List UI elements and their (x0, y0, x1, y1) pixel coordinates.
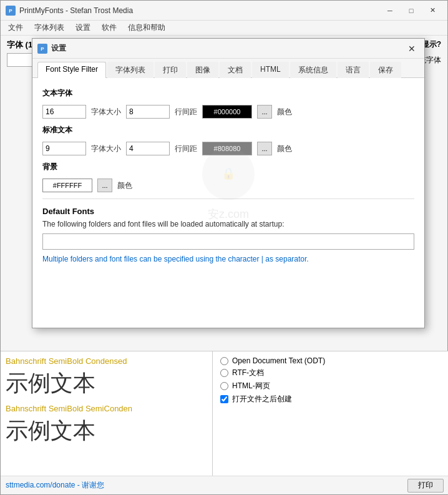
bg-color-ellipsis-button[interactable]: ... (97, 179, 112, 192)
open-after-create-label: 打开文件之后创建 (232, 394, 292, 404)
status-text: sttmedia.com/donate - 谢谢您 (6, 480, 104, 491)
open-after-create-row: 打开文件之后创建 (220, 394, 441, 404)
font-preview-left: Bahnschrift SemiBold Condensed 示例文本 Bahn… (1, 351, 213, 476)
std-color-label: 颜色 (277, 144, 292, 154)
text-color-box: #000000 (202, 105, 252, 119)
font2-sample: 示例文本 (6, 416, 207, 446)
main-window: P PrintMyFonts - Stefan Trost Media ─ □ … (0, 0, 448, 495)
std-color-box: #808080 (202, 142, 252, 155)
menu-settings[interactable]: 设置 (71, 21, 95, 34)
std-color-value: #808080 (214, 145, 241, 152)
text-line-spacing-input[interactable] (126, 105, 170, 119)
tab-html[interactable]: HTML (252, 62, 289, 78)
bg-color-label: 颜色 (117, 180, 132, 191)
titlebar-left: P PrintMyFonts - Stefan Trost Media (6, 6, 133, 16)
default-fonts-note: Multiple folders and font files can be s… (42, 255, 414, 263)
close-button[interactable]: ✕ (422, 4, 442, 17)
text-color-ellipsis-button[interactable]: ... (257, 105, 272, 119)
dialog-close-button[interactable]: ✕ (404, 42, 419, 55)
std-font-size-label: 字体大小 (91, 144, 121, 154)
svg-text:P: P (41, 46, 44, 52)
radio-odt-row: Open Document Text (ODT) (220, 356, 441, 365)
std-line-spacing-label: 行间距 (175, 144, 197, 154)
section-divider (42, 198, 414, 199)
bottom-panel: Bahnschrift SemiBold Condensed 示例文本 Bahn… (1, 351, 448, 476)
font1-name: Bahnschrift SemiBold Condensed (6, 356, 207, 366)
std-text-row: 字体大小 行间距 #808080 ... 颜色 (42, 142, 414, 155)
menu-software[interactable]: 软件 (97, 21, 122, 34)
radio-odt-label: Open Document Text (ODT) (232, 356, 325, 365)
radio-html-row: HTML-网页 (220, 381, 441, 391)
app-icon: P (6, 6, 16, 16)
std-color-ellipsis-button[interactable]: ... (257, 142, 272, 155)
text-line-spacing-label: 行间距 (175, 107, 197, 117)
menu-help[interactable]: 信息和帮助 (123, 21, 170, 34)
bg-color-value: #FFFFFF (53, 182, 82, 189)
window-title: PrintMyFonts - Stefan Trost Media (19, 6, 133, 15)
tab-font-style-filter[interactable]: Font Style Filter (37, 62, 106, 78)
std-font-size-input[interactable] (42, 142, 86, 155)
status-bar: sttmedia.com/donate - 谢谢您 打印 (1, 476, 448, 494)
dialog-icon: P (37, 44, 47, 54)
default-fonts-desc: The following folders and font files wil… (42, 220, 414, 228)
text-color-label: 颜色 (277, 107, 292, 117)
dialog-title: 设置 (51, 43, 66, 54)
minimize-button[interactable]: ─ (380, 4, 400, 17)
tab-image[interactable]: 图像 (187, 62, 218, 78)
bg-color-box: #FFFFFF (42, 179, 92, 192)
radio-odt[interactable] (220, 357, 228, 365)
radio-rtf-label: RTF-文档 (232, 368, 264, 378)
main-titlebar: P PrintMyFonts - Stefan Trost Media ─ □ … (1, 1, 447, 21)
dialog-title-left: P 设置 (37, 43, 66, 54)
bg-section-title: 背景 (42, 162, 414, 172)
menu-file[interactable]: 文件 (3, 21, 28, 34)
dialog-content: 文本字体 字体大小 行间距 #000000 ... 颜色 标准文本 字体大小 行… (32, 78, 424, 328)
main-menubar: 文件 字体列表 设置 软件 信息和帮助 (1, 21, 447, 36)
tab-font-list[interactable]: 字体列表 (107, 62, 153, 78)
default-fonts-title: Default Fonts (42, 207, 414, 216)
tab-save[interactable]: 保存 (370, 62, 401, 78)
tab-print[interactable]: 打印 (155, 62, 186, 78)
dialog-titlebar: P 设置 ✕ (32, 39, 424, 59)
text-color-value: #000000 (214, 108, 241, 115)
text-font-row: 字体大小 行间距 #000000 ... 颜色 (42, 105, 414, 119)
settings-dialog: P 设置 ✕ Font Style Filter 字体列表 打印 图像 文档 (32, 38, 425, 328)
font-preview-right: Open Document Text (ODT) RTF-文档 HTML-网页 … (213, 351, 448, 476)
std-line-spacing-input[interactable] (126, 142, 170, 155)
open-after-create-checkbox[interactable] (220, 395, 228, 403)
text-font-size-label: 字体大小 (91, 107, 121, 117)
std-text-section-title: 标准文本 (42, 125, 414, 135)
svg-text:P: P (9, 8, 12, 14)
tab-sysinfo[interactable]: 系统信息 (290, 62, 336, 78)
radio-html-label: HTML-网页 (232, 381, 270, 391)
bg-row: #FFFFFF ... 颜色 (42, 179, 414, 192)
print-button[interactable]: 打印 (407, 479, 444, 493)
maximize-button[interactable]: □ (401, 4, 421, 17)
default-fonts-input[interactable] (42, 233, 414, 250)
titlebar-controls: ─ □ ✕ (380, 4, 442, 17)
radio-rtf-row: RTF-文档 (220, 368, 441, 378)
font2-name: Bahnschrift SemiBold SemiConden (6, 404, 207, 413)
menu-fontlist[interactable]: 字体列表 (29, 21, 69, 34)
font1-sample: 示例文本 (6, 368, 207, 399)
radio-html[interactable] (220, 382, 228, 390)
tab-document[interactable]: 文档 (220, 62, 251, 78)
tab-language[interactable]: 语言 (338, 62, 369, 78)
text-font-size-input[interactable] (42, 105, 86, 119)
text-font-section-title: 文本字体 (42, 88, 414, 99)
dialog-tabs: Font Style Filter 字体列表 打印 图像 文档 HTML 系统信… (32, 59, 424, 78)
radio-rtf[interactable] (220, 369, 228, 377)
